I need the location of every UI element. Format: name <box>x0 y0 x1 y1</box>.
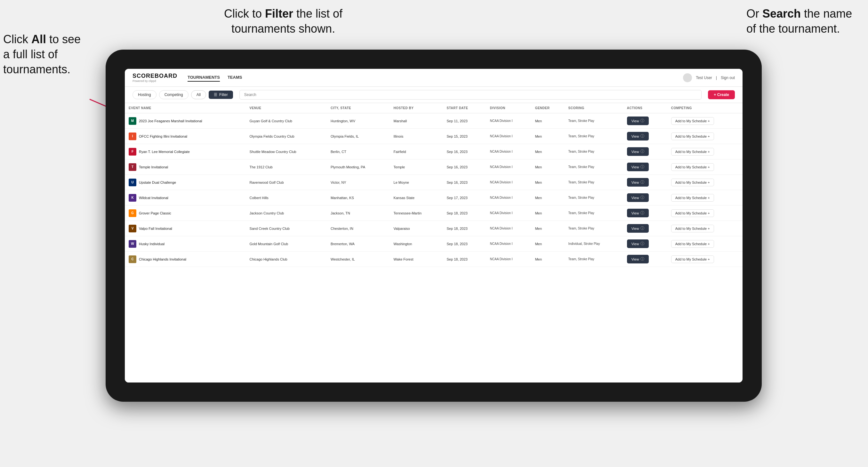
view-button-5[interactable]: View ⓘ <box>627 193 649 202</box>
view-button-1[interactable]: View ⓘ <box>627 132 649 141</box>
division-5: NCAA Division I <box>486 190 531 206</box>
scoring-9: Team, Stroke Play <box>565 252 623 267</box>
event-name-cell-1: I OFCC Fighting Illini Invitational <box>125 129 246 144</box>
view-button-6[interactable]: View ⓘ <box>627 209 649 217</box>
team-logo-0: M <box>129 117 136 125</box>
actions-cell-2: View ⓘ <box>623 144 667 159</box>
venue-3: The 1912 Club <box>246 159 327 175</box>
venue-1: Olympia Fields Country Club <box>246 129 327 144</box>
add-to-schedule-button-9[interactable]: Add to My Schedule + <box>671 255 714 263</box>
team-logo-5: K <box>129 194 136 201</box>
info-icon-1: ⓘ <box>641 133 644 139</box>
user-avatar <box>683 73 692 82</box>
event-name-5: Wildcat Invitational <box>139 196 168 200</box>
event-name-1: OFCC Fighting Illini Invitational <box>139 134 187 138</box>
scoring-2: Team, Stroke Play <box>565 144 623 159</box>
add-to-schedule-button-6[interactable]: Add to My Schedule + <box>671 209 714 217</box>
venue-6: Jackson Country Club <box>246 206 327 221</box>
gender-5: Men <box>531 190 565 206</box>
info-icon-4: ⓘ <box>641 180 644 185</box>
info-icon-6: ⓘ <box>641 210 644 216</box>
scoring-0: Team, Stroke Play <box>565 113 623 129</box>
col-competing: COMPETING <box>667 103 743 113</box>
nav-tab-tournaments[interactable]: TOURNAMENTS <box>188 73 220 82</box>
table-row: T Temple Invitational The 1912 Club Plym… <box>125 159 743 175</box>
gender-7: Men <box>531 221 565 236</box>
add-to-schedule-button-0[interactable]: Add to My Schedule + <box>671 117 714 125</box>
sign-out-link[interactable]: Sign out <box>721 75 735 80</box>
venue-8: Gold Mountain Golf Club <box>246 236 327 252</box>
gender-1: Men <box>531 129 565 144</box>
app-header: SCOREBOARD Powered by clippd TOURNAMENTS… <box>125 69 743 87</box>
event-name-cell-6: G Grover Page Classic <box>125 206 246 221</box>
view-button-2[interactable]: View ⓘ <box>627 147 649 156</box>
venue-2: Shuttle Meadow Country Club <box>246 144 327 159</box>
division-0: NCAA Division I <box>486 113 531 129</box>
info-icon-0: ⓘ <box>641 118 644 124</box>
table-row: G Grover Page Classic Jackson Country Cl… <box>125 206 743 221</box>
filter-button[interactable]: ☰ Filter <box>209 91 233 99</box>
view-button-3[interactable]: View ⓘ <box>627 163 649 171</box>
team-logo-8: W <box>129 240 136 248</box>
event-name-cell-0: M 2023 Joe Feaganes Marshall Invitationa… <box>125 113 246 129</box>
competing-cell-5: Add to My Schedule + <box>667 190 743 206</box>
user-name: Test User <box>696 75 712 80</box>
event-name-cell-3: T Temple Invitational <box>125 159 246 175</box>
table-header-row: EVENT NAME VENUE CITY, STATE HOSTED BY S… <box>125 103 743 113</box>
tab-all[interactable]: All <box>191 90 206 99</box>
table-row: F Ryan T. Lee Memorial Collegiate Shuttl… <box>125 144 743 159</box>
division-3: NCAA Division I <box>486 159 531 175</box>
view-button-8[interactable]: View ⓘ <box>627 240 649 248</box>
hosted-by-8: Washington <box>390 236 443 252</box>
actions-cell-7: View ⓘ <box>623 221 667 236</box>
scoring-4: Team, Stroke Play <box>565 175 623 190</box>
col-hosted-by: HOSTED BY <box>390 103 443 113</box>
add-to-schedule-button-8[interactable]: Add to My Schedule + <box>671 240 714 248</box>
tab-hosting[interactable]: Hosting <box>132 90 156 99</box>
competing-cell-3: Add to My Schedule + <box>667 159 743 175</box>
app-logo: SCOREBOARD <box>132 73 177 80</box>
venue-9: Chicago Highlands Club <box>246 252 327 267</box>
event-name-6: Grover Page Classic <box>139 211 171 215</box>
hosted-by-3: Temple <box>390 159 443 175</box>
add-to-schedule-button-1[interactable]: Add to My Schedule + <box>671 132 714 140</box>
actions-cell-0: View ⓘ <box>623 113 667 129</box>
view-button-0[interactable]: View ⓘ <box>627 117 649 125</box>
tablet-frame: SCOREBOARD Powered by clippd TOURNAMENTS… <box>105 50 762 402</box>
team-logo-6: G <box>129 209 136 217</box>
col-city: CITY, STATE <box>327 103 390 113</box>
app-logo-sub: Powered by clippd <box>132 80 177 83</box>
create-button[interactable]: + Create <box>708 90 735 99</box>
gender-9: Men <box>531 252 565 267</box>
nav-tab-teams[interactable]: TEAMS <box>227 73 242 82</box>
table-row: W Husky Individual Gold Mountain Golf Cl… <box>125 236 743 252</box>
competing-cell-7: Add to My Schedule + <box>667 221 743 236</box>
view-button-4[interactable]: View ⓘ <box>627 178 649 187</box>
start-date-1: Sep 15, 2023 <box>443 129 486 144</box>
table-row: U Upstate Dual Challenge Ravenwood Golf … <box>125 175 743 190</box>
event-name-2: Ryan T. Lee Memorial Collegiate <box>139 150 190 154</box>
tournaments-table: EVENT NAME VENUE CITY, STATE HOSTED BY S… <box>125 103 743 267</box>
view-button-9[interactable]: View ⓘ <box>627 255 649 263</box>
event-name-cell-4: U Upstate Dual Challenge <box>125 175 246 190</box>
search-input[interactable] <box>239 90 702 99</box>
col-event-name: EVENT NAME <box>125 103 246 113</box>
gender-6: Men <box>531 206 565 221</box>
scoring-5: Team, Stroke Play <box>565 190 623 206</box>
annotation-top-center: Click to Filter the list oftournaments s… <box>224 6 342 36</box>
view-button-7[interactable]: View ⓘ <box>627 224 649 233</box>
add-to-schedule-button-5[interactable]: Add to My Schedule + <box>671 194 714 201</box>
col-division: DIVISION <box>486 103 531 113</box>
gender-3: Men <box>531 159 565 175</box>
event-name-cell-9: C Chicago Highlands Invitational <box>125 252 246 267</box>
table-row: M 2023 Joe Feaganes Marshall Invitationa… <box>125 113 743 129</box>
tab-competing[interactable]: Competing <box>159 90 188 99</box>
gender-2: Men <box>531 144 565 159</box>
start-date-2: Sep 16, 2023 <box>443 144 486 159</box>
add-to-schedule-button-7[interactable]: Add to My Schedule + <box>671 225 714 232</box>
division-7: NCAA Division I <box>486 221 531 236</box>
hosted-by-6: Tennessee-Martin <box>390 206 443 221</box>
add-to-schedule-button-4[interactable]: Add to My Schedule + <box>671 179 714 186</box>
add-to-schedule-button-2[interactable]: Add to My Schedule + <box>671 148 714 156</box>
add-to-schedule-button-3[interactable]: Add to My Schedule + <box>671 163 714 171</box>
